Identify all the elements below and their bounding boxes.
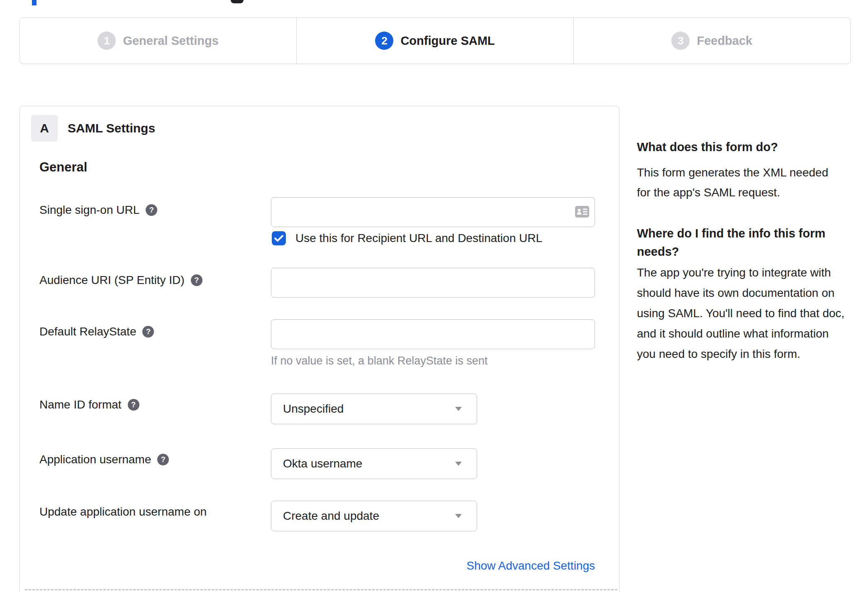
header-remnant-logo [231,0,244,3]
step-configure-saml[interactable]: 2 Configure SAML [296,18,573,64]
dashed-section-divider [25,589,617,590]
recipient-url-checkbox[interactable] [272,231,286,245]
checkmark-icon [274,235,283,242]
step-2-number-badge: 2 [375,32,393,50]
application-username-select[interactable]: Okta username [271,448,477,479]
header-remnant-blue [32,0,37,5]
sso-url-input[interactable] [271,197,595,227]
name-id-format-help-icon[interactable]: ? [128,399,139,411]
name-id-format-label-text: Name ID format [39,398,122,411]
step-3-label: Feedback [697,34,752,48]
step-2-label: Configure SAML [400,34,495,48]
step-general-settings[interactable]: 1 General Settings [20,18,296,64]
application-username-help-icon[interactable]: ? [157,454,169,465]
section-a-badge: A [31,115,58,142]
dropdown-caret-icon [455,462,462,466]
contact-card-icon[interactable] [575,206,589,218]
step-1-label: General Settings [123,34,218,48]
recipient-url-checkbox-label: Use this for Recipient URL and Destinati… [295,231,542,245]
relay-state-label: Default RelayState ? [39,325,154,339]
application-username-label: Application username ? [39,453,169,467]
dropdown-caret-icon [455,407,462,411]
step-3-number-badge: 3 [671,32,690,50]
name-id-format-label: Name ID format ? [39,398,139,412]
relay-state-hint: If no value is set, a blank RelayState i… [271,355,488,367]
sidebar-question-where: Where do I find the info this form needs… [637,224,836,261]
application-username-value: Okta username [283,457,362,470]
audience-uri-label-text: Audience URI (SP Entity ID) [39,274,185,287]
name-id-format-select[interactable]: Unspecified [271,394,477,424]
general-section-title: General [39,160,87,175]
update-username-select[interactable]: Create and update [271,501,477,531]
sso-url-label-text: Single sign-on URL [39,203,139,217]
sso-url-help-icon[interactable]: ? [146,204,157,216]
relay-state-input[interactable] [271,319,595,349]
step-1-number-badge: 1 [98,32,116,50]
audience-uri-label: Audience URI (SP Entity ID) ? [39,273,202,287]
relay-state-help-icon[interactable]: ? [142,326,154,338]
step-feedback[interactable]: 3 Feedback [573,18,850,64]
sso-url-label: Single sign-on URL ? [39,203,157,217]
update-username-value: Create and update [283,509,379,523]
audience-uri-help-icon[interactable]: ? [191,274,202,286]
dropdown-caret-icon [455,514,462,518]
update-username-label-text: Update application username on [39,505,207,519]
relay-state-label-text: Default RelayState [39,325,136,338]
update-username-label: Update application username on [39,505,207,519]
audience-uri-input[interactable] [271,268,595,298]
show-advanced-settings-link[interactable]: Show Advanced Settings [466,559,595,572]
application-username-label-text: Application username [39,453,151,466]
sidebar-answer-where: The app you're trying to integrate with … [637,262,849,364]
sidebar-answer-what: This form generates the XML needed for t… [637,163,834,203]
name-id-format-value: Unspecified [283,402,344,416]
sidebar-question-what: What does this form do? [637,138,846,156]
wizard-stepper: 1 General Settings 2 Configure SAML 3 Fe… [20,17,851,64]
card-title: SAML Settings [68,115,155,142]
